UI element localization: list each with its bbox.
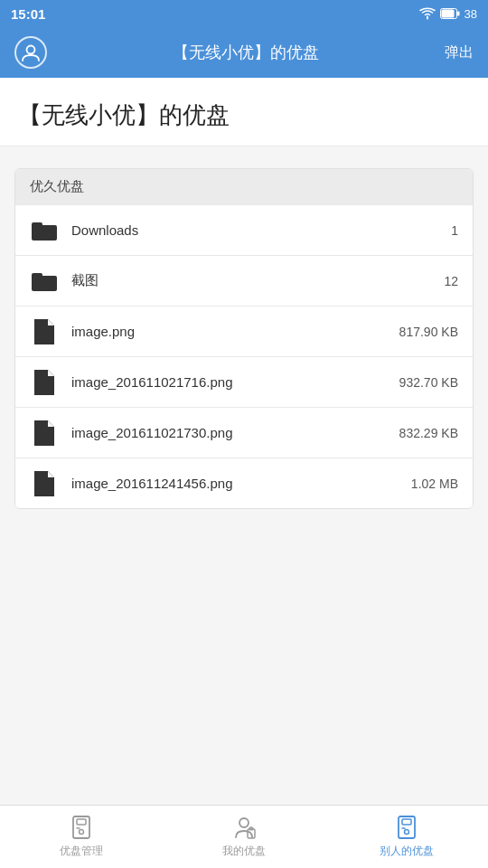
app-header: 【无线小优】的优盘 弹出 — [0, 27, 488, 78]
tab-disk-manage[interactable]: 优盘管理 — [0, 815, 163, 859]
svg-rect-17 — [402, 819, 411, 825]
svg-rect-9 — [77, 819, 86, 825]
file-doc-icon — [30, 317, 59, 346]
svg-rect-5 — [32, 222, 42, 229]
file-meta: 932.70 KB — [399, 375, 458, 390]
my-disk-icon — [231, 815, 257, 840]
svg-point-10 — [80, 830, 84, 835]
others-disk-icon — [394, 815, 419, 840]
file-card: 优久优盘 Downloads 1 截图 12 imag — [14, 168, 474, 509]
svg-rect-1 — [457, 12, 460, 16]
list-item[interactable]: image.png 817.90 KB — [15, 306, 473, 356]
list-item[interactable]: image_201611021716.png 932.70 KB — [15, 356, 473, 407]
list-item[interactable]: 截图 12 — [15, 255, 473, 306]
file-doc-icon — [30, 419, 59, 448]
tab-label-my-disk: 我的优盘 — [222, 844, 266, 859]
tab-label-others-disk: 别人的优盘 — [380, 844, 434, 859]
svg-point-3 — [27, 46, 35, 54]
page-title: 【无线小优】的优盘 — [18, 99, 470, 131]
svg-rect-7 — [32, 273, 42, 279]
svg-rect-2 — [441, 10, 454, 18]
list-item[interactable]: image_201611241456.png 1.02 MB — [15, 458, 473, 508]
status-icons: 38 — [419, 7, 477, 21]
tab-my-disk[interactable]: 我的优盘 — [163, 815, 325, 859]
user-icon — [21, 42, 41, 62]
header-title: 【无线小优】的优盘 — [173, 42, 319, 63]
file-meta: 1 — [451, 223, 458, 238]
battery-level: 38 — [465, 7, 477, 21]
file-name: image.png — [71, 324, 392, 339]
file-name: image_201611241456.png — [71, 476, 404, 491]
tab-label-disk-manage: 优盘管理 — [60, 844, 103, 859]
battery-icon — [440, 8, 460, 19]
disk-manage-icon — [69, 815, 94, 840]
svg-point-12 — [239, 818, 249, 827]
file-meta: 832.29 KB — [399, 426, 458, 440]
status-time: 15:01 — [11, 6, 45, 22]
file-name: image_201611021716.png — [71, 374, 392, 390]
tab-others-disk[interactable]: 别人的优盘 — [325, 815, 488, 859]
tab-bar: 优盘管理 我的优盘 别人的优盘 — [0, 805, 488, 868]
list-item[interactable]: image_201611021730.png 832.29 KB — [15, 407, 473, 458]
file-meta: 817.90 KB — [399, 325, 458, 339]
wifi-icon — [419, 7, 436, 20]
file-card-header: 优久优盘 — [15, 169, 473, 204]
eject-button[interactable]: 弹出 — [445, 43, 474, 62]
status-bar: 15:01 38 — [0, 0, 488, 27]
file-doc-icon — [30, 368, 59, 397]
folder-icon — [30, 267, 59, 296]
list-item[interactable]: Downloads 1 — [15, 204, 473, 255]
file-name: image_201611021730.png — [71, 425, 392, 440]
file-name: Downloads — [71, 222, 444, 238]
file-meta: 12 — [444, 274, 458, 288]
folder-icon — [30, 216, 59, 245]
svg-point-18 — [405, 830, 409, 835]
avatar-button[interactable] — [14, 36, 47, 69]
file-doc-icon — [30, 469, 59, 498]
file-name: 截图 — [71, 272, 436, 289]
file-meta: 1.02 MB — [411, 476, 458, 491]
page-title-area: 【无线小优】的优盘 — [0, 78, 488, 146]
